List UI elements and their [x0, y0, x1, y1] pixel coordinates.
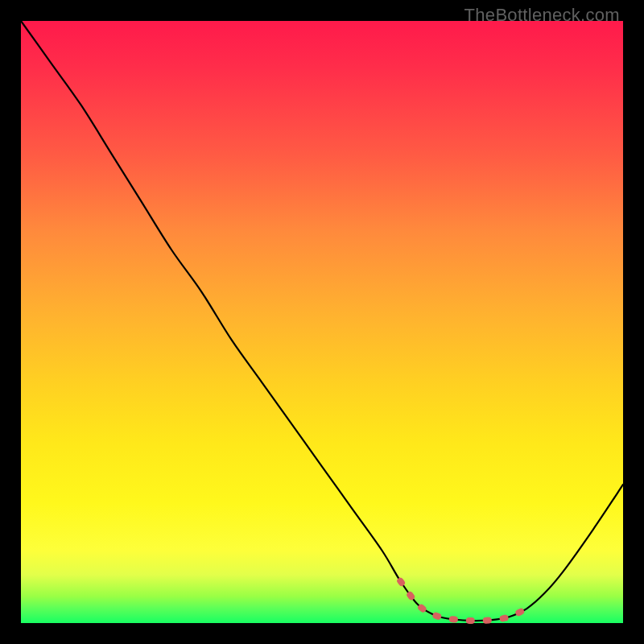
optimal-region-markers	[400, 581, 526, 621]
bottleneck-curve	[21, 21, 623, 621]
chart-curve-layer	[21, 21, 623, 623]
watermark-text: TheBottleneck.com	[464, 5, 620, 26]
